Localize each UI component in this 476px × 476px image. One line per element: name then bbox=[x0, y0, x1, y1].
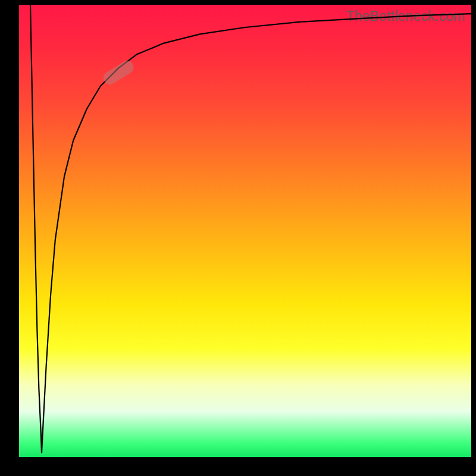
highlighted-segment bbox=[101, 58, 136, 87]
curve-layer bbox=[19, 5, 471, 457]
chart-frame: TheBottleneck.com bbox=[0, 0, 476, 476]
plot-area: TheBottleneck.com bbox=[19, 5, 471, 457]
series-descending bbox=[30, 5, 42, 452]
